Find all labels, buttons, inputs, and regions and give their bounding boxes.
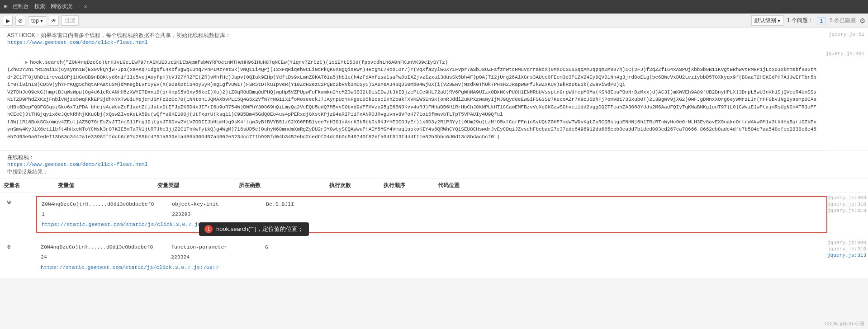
toolbar-search[interactable]: 搜索 (34, 3, 45, 10)
ast-hook-link[interactable]: https://www.geetest.com/demo/click-float… (7, 39, 148, 45)
level-dropdown[interactable]: 默认级别 ▾ (751, 15, 783, 26)
code-block-row: ▶hook.search("Z0N4nqDzeCo)trHJvLGeiEwP97… (0, 49, 868, 151)
var-detail-row-1-e: Z0N4nqDzeCo)trH......d0d13c8bdacbcf0 fun… (41, 243, 823, 252)
toolbar-title: 控制台 (13, 3, 29, 10)
dropdown-arrow-icon: ▾ (40, 18, 43, 24)
var-row-e: e Z0N4nqDzeCo)trH......d0d13c8bdacbcf0 f… (0, 237, 868, 278)
var-func-w: Be.$_BJII (266, 200, 347, 209)
var-sub-count-w: 223293 (172, 210, 262, 219)
tooltip-badge-w: 1 (204, 225, 213, 233)
eye-button[interactable]: 👁 (49, 16, 59, 26)
var-ref-1-w[interactable]: jquery.js:309 (827, 195, 866, 201)
code-text: hook.search("Z0N4nqDzeCo)trHJvLGeiEwP97r… (7, 60, 816, 140)
var-value-w: Z0N4nqDzeCo)trH......d0d13c8bdacbcf0 (42, 200, 168, 209)
code-line-ref: jquery.js:301 (825, 49, 868, 56)
var-detail-area-e: Z0N4nqDzeCo)trH......d0d13c8bdacbcf0 fun… (36, 240, 827, 275)
var-name-e: e (0, 240, 36, 250)
vars-table-header: 变量名 变量值 变量类型 所在函数 执行次数 执行顺序 代码位置 (0, 179, 868, 193)
level-dropdown-arrow: ▾ (778, 18, 780, 24)
var-ref-3-w[interactable]: jquery.js:313 (827, 208, 866, 213)
grid-icon[interactable]: ⊞ (4, 3, 7, 10)
hidden-label: 5 条已隐藏 (830, 17, 856, 24)
var-name-label-w: w (7, 199, 11, 206)
issues-label: 1 个问题： (787, 17, 813, 24)
header-value: 变量值 (58, 182, 157, 189)
var-type-w: object-key-init (172, 200, 262, 209)
tooltip-text-w: hook.search("")，定位值的位置； (216, 225, 304, 233)
settings-icon[interactable]: ⚙ (859, 17, 865, 25)
header-execorder: 执行顺序 (384, 182, 438, 189)
var-row-w: w Z0N4nqDzeCo)trH......d0d13c8bdacbcf0 o… (0, 193, 868, 237)
var-ref-2-e[interactable]: jquery.js:310 (827, 246, 866, 252)
var-detail-row-1-w: Z0N4nqDzeCo)trH......d0d13c8bdacbcf0 obj… (42, 200, 822, 209)
var-detail-box-w: Z0N4nqDzeCo)trH......d0d13c8bdacbcf0 obj… (36, 196, 827, 233)
context-label: top (31, 18, 39, 24)
var-link-e[interactable]: https://static.geetest.com/static/js/cli… (41, 264, 218, 270)
var-link-row-w: https://static.geetest.com/static/js/cli… (42, 220, 822, 230)
online-label: 在线程栈： (7, 154, 861, 161)
var-detail-area-w: Z0N4nqDzeCo)trH......d0d13c8bdacbcf0 obj… (36, 195, 827, 234)
context-dropdown[interactable]: top ▾ (28, 16, 46, 25)
header-execcount: 执行次数 (329, 182, 384, 189)
content-panel: AST HOOK：如果本窗口内有多个线程，每个线程栈的数据不会共享，初始化线程栈… (0, 28, 868, 278)
run-button[interactable]: ▶ (3, 16, 13, 26)
var-sub-value-w: 1 (42, 210, 168, 219)
tooltip-balloon-w: 1 hook.search("")，定位值的位置； (199, 222, 309, 236)
ast-hook-ref: jquery.js:51 (827, 30, 868, 37)
online-link[interactable]: https://www.geetest.com/demo/click-float… (7, 161, 148, 167)
header-codepos: 代码位置 (438, 182, 828, 189)
var-refs-w: jquery.js:309 jquery.js:310 jquery.js:31… (827, 195, 868, 213)
header-type: 变量类型 (157, 182, 239, 189)
online-section: 在线程栈： https://www.geetest.com/demo/click… (0, 151, 868, 179)
result-label: 中搜到2条结果： (7, 168, 861, 176)
header-func: 所在函数 (239, 182, 329, 189)
stop-button[interactable]: ⊘ (15, 16, 25, 26)
var-detail-row-2-e: 24 223324 (41, 253, 823, 262)
expand-icon[interactable]: ▶ (25, 60, 28, 65)
filter-box[interactable]: 过滤 (62, 15, 79, 26)
header-name: 变量名 (4, 182, 58, 189)
var-sub-value-e: 24 (41, 253, 167, 262)
var-func-e: G (265, 243, 346, 252)
secondary-toolbar: ▶ ⊘ top ▾ 👁 过滤 默认级别 ▾ 1 个问题： 1 5 条已隐藏 ⚙ (0, 14, 868, 28)
ast-hook-content: AST HOOK：如果本窗口内有多个线程，每个线程栈的数据不会共享，初始化线程栈… (0, 30, 827, 47)
main-toolbar: ⊞ 控制台 搜索 网络状况 ✕ (0, 0, 868, 14)
var-sub-count-e: 223324 (171, 253, 261, 262)
issues-badge[interactable]: 1 (817, 17, 826, 24)
level-label: 默认级别 (754, 17, 776, 24)
var-ref-3-e[interactable]: jquery.js:313 (827, 253, 866, 258)
toolbar-right: 默认级别 ▾ 1 个问题： 1 5 条已隐藏 ⚙ (751, 15, 865, 26)
var-link-w[interactable]: https://static.geetest.com/static/js/cli… (42, 221, 226, 227)
ast-hook-label: AST HOOK：如果本窗口内有多个线程，每个线程栈的数据不会共享，初始化线程栈… (7, 32, 231, 38)
toolbar-close-icon: ✕ (84, 3, 87, 10)
var-name-w: w (0, 195, 36, 206)
filter-label: 过滤 (65, 17, 76, 24)
var-ref-1-e[interactable]: jquery.js:309 (827, 240, 866, 245)
toolbar-network[interactable]: 网络状况 (51, 3, 72, 10)
toolbar-separator (78, 3, 78, 11)
ast-hook-row: AST HOOK：如果本窗口内有多个线程，每个线程栈的数据不会共享，初始化线程栈… (0, 28, 868, 49)
var-value-e: Z0N4nqDzeCo)trH......d0d13c8bdacbcf0 (41, 243, 167, 252)
var-refs-e: jquery.js:309 jquery.js:310 jquery.js:31… (827, 240, 868, 258)
var-detail-row-2-w: 1 223293 (42, 210, 822, 219)
var-link-row-e: https://static.geetest.com/static/js/cli… (41, 263, 823, 273)
var-type-e: function-parameter (171, 243, 261, 252)
code-content: ▶hook.search("Z0N4nqDzeCo)trHJvLGeiEwP97… (0, 49, 825, 150)
var-detail-box-e: Z0N4nqDzeCo)trH......d0d13c8bdacbcf0 fun… (36, 240, 827, 275)
var-name-label-e: e (7, 244, 11, 250)
var-ref-2-w[interactable]: jquery.js:310 (827, 202, 866, 207)
